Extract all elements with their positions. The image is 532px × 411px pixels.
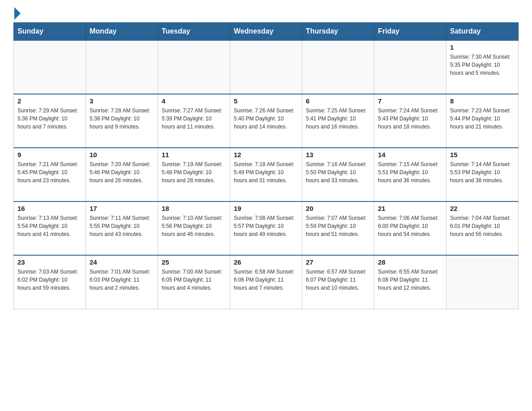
day-info: Sunrise: 7:30 AM Sunset: 5:35 PM Dayligh… <box>450 53 515 77</box>
calendar-cell: 11Sunrise: 7:19 AM Sunset: 5:48 PM Dayli… <box>158 148 230 201</box>
calendar-cell: 16Sunrise: 7:13 AM Sunset: 5:54 PM Dayli… <box>14 201 86 255</box>
day-info: Sunrise: 7:28 AM Sunset: 5:38 PM Dayligh… <box>90 107 154 131</box>
day-number: 18 <box>162 205 226 212</box>
calendar-cell: 12Sunrise: 7:18 AM Sunset: 5:49 PM Dayli… <box>230 148 302 201</box>
calendar-cell: 23Sunrise: 7:03 AM Sunset: 6:02 PM Dayli… <box>14 255 86 309</box>
calendar-cell: 15Sunrise: 7:14 AM Sunset: 5:53 PM Dayli… <box>446 148 519 201</box>
calendar-cell: 21Sunrise: 7:06 AM Sunset: 6:00 PM Dayli… <box>374 201 446 255</box>
day-info: Sunrise: 7:16 AM Sunset: 5:50 PM Dayligh… <box>306 160 370 184</box>
calendar-cell: 9Sunrise: 7:21 AM Sunset: 5:45 PM Daylig… <box>14 148 86 201</box>
day-info: Sunrise: 7:24 AM Sunset: 5:43 PM Dayligh… <box>378 107 442 131</box>
logo <box>13 9 21 18</box>
day-number: 11 <box>162 151 226 158</box>
day-number: 20 <box>306 205 370 212</box>
day-number: 2 <box>17 97 82 105</box>
day-number: 7 <box>378 97 442 105</box>
calendar-cell: 24Sunrise: 7:01 AM Sunset: 6:03 PM Dayli… <box>86 255 158 309</box>
day-info: Sunrise: 7:20 AM Sunset: 5:46 PM Dayligh… <box>90 160 154 184</box>
day-info: Sunrise: 6:58 AM Sunset: 6:06 PM Dayligh… <box>234 268 298 292</box>
day-info: Sunrise: 7:19 AM Sunset: 5:48 PM Dayligh… <box>162 160 226 184</box>
day-number: 28 <box>378 258 442 266</box>
day-info: Sunrise: 7:26 AM Sunset: 5:40 PM Dayligh… <box>234 107 298 131</box>
calendar-table: SundayMondayTuesdayWednesdayThursdayFrid… <box>13 22 519 309</box>
day-info: Sunrise: 7:14 AM Sunset: 5:53 PM Dayligh… <box>450 160 515 184</box>
day-number: 25 <box>162 258 226 266</box>
day-info: Sunrise: 7:23 AM Sunset: 5:44 PM Dayligh… <box>450 107 515 131</box>
column-header-tuesday: Tuesday <box>158 23 230 41</box>
calendar-cell <box>302 40 374 94</box>
day-number: 10 <box>90 151 154 158</box>
day-number: 16 <box>17 205 82 212</box>
calendar-cell: 25Sunrise: 7:00 AM Sunset: 6:05 PM Dayli… <box>158 255 230 309</box>
calendar-cell: 17Sunrise: 7:11 AM Sunset: 5:55 PM Dayli… <box>86 201 158 255</box>
day-number: 1 <box>450 43 515 51</box>
week-row-1: 1Sunrise: 7:30 AM Sunset: 5:35 PM Daylig… <box>14 40 519 94</box>
day-number: 3 <box>90 97 154 105</box>
day-number: 5 <box>234 97 298 105</box>
day-info: Sunrise: 7:01 AM Sunset: 6:03 PM Dayligh… <box>90 268 154 292</box>
logo-top <box>13 9 21 20</box>
day-number: 13 <box>306 151 370 158</box>
day-number: 17 <box>90 205 154 212</box>
day-info: Sunrise: 7:25 AM Sunset: 5:41 PM Dayligh… <box>306 107 370 131</box>
column-header-sunday: Sunday <box>14 23 86 41</box>
day-number: 12 <box>234 151 298 158</box>
calendar-cell: 1Sunrise: 7:30 AM Sunset: 5:35 PM Daylig… <box>446 40 519 94</box>
day-info: Sunrise: 7:08 AM Sunset: 5:57 PM Dayligh… <box>234 214 298 238</box>
day-info: Sunrise: 7:21 AM Sunset: 5:45 PM Dayligh… <box>17 160 82 184</box>
week-row-5: 23Sunrise: 7:03 AM Sunset: 6:02 PM Dayli… <box>14 255 519 309</box>
day-number: 22 <box>450 205 515 212</box>
day-info: Sunrise: 7:27 AM Sunset: 5:39 PM Dayligh… <box>162 107 226 131</box>
column-header-monday: Monday <box>86 23 158 41</box>
day-number: 6 <box>306 97 370 105</box>
column-header-wednesday: Wednesday <box>230 23 302 41</box>
calendar-cell <box>230 40 302 94</box>
day-info: Sunrise: 7:13 AM Sunset: 5:54 PM Dayligh… <box>17 214 82 238</box>
day-info: Sunrise: 7:04 AM Sunset: 6:01 PM Dayligh… <box>450 214 515 238</box>
calendar-cell: 22Sunrise: 7:04 AM Sunset: 6:01 PM Dayli… <box>446 201 519 255</box>
calendar-cell: 28Sunrise: 6:55 AM Sunset: 6:08 PM Dayli… <box>374 255 446 309</box>
calendar-cell <box>374 40 446 94</box>
column-header-thursday: Thursday <box>302 23 374 41</box>
calendar-cell: 5Sunrise: 7:26 AM Sunset: 5:40 PM Daylig… <box>230 94 302 148</box>
calendar-cell: 20Sunrise: 7:07 AM Sunset: 5:59 PM Dayli… <box>302 201 374 255</box>
day-info: Sunrise: 7:07 AM Sunset: 5:59 PM Dayligh… <box>306 214 370 238</box>
day-number: 15 <box>450 151 515 158</box>
calendar-cell: 10Sunrise: 7:20 AM Sunset: 5:46 PM Dayli… <box>86 148 158 201</box>
day-info: Sunrise: 7:15 AM Sunset: 5:51 PM Dayligh… <box>378 160 442 184</box>
day-number: 21 <box>378 205 442 212</box>
day-number: 14 <box>378 151 442 158</box>
calendar-cell: 3Sunrise: 7:28 AM Sunset: 5:38 PM Daylig… <box>86 94 158 148</box>
logo-arrow-icon <box>14 7 21 20</box>
day-number: 4 <box>162 97 226 105</box>
calendar-cell <box>446 255 519 309</box>
calendar-cell: 26Sunrise: 6:58 AM Sunset: 6:06 PM Dayli… <box>230 255 302 309</box>
day-info: Sunrise: 7:06 AM Sunset: 6:00 PM Dayligh… <box>378 214 442 238</box>
day-info: Sunrise: 6:55 AM Sunset: 6:08 PM Dayligh… <box>378 268 442 292</box>
day-info: Sunrise: 7:10 AM Sunset: 5:56 PM Dayligh… <box>162 214 226 238</box>
calendar-cell: 7Sunrise: 7:24 AM Sunset: 5:43 PM Daylig… <box>374 94 446 148</box>
calendar-cell: 4Sunrise: 7:27 AM Sunset: 5:39 PM Daylig… <box>158 94 230 148</box>
day-number: 9 <box>17 151 82 158</box>
calendar-cell: 18Sunrise: 7:10 AM Sunset: 5:56 PM Dayli… <box>158 201 230 255</box>
column-header-friday: Friday <box>374 23 446 41</box>
calendar-cell <box>14 40 86 94</box>
calendar-cell <box>158 40 230 94</box>
calendar-cell: 6Sunrise: 7:25 AM Sunset: 5:41 PM Daylig… <box>302 94 374 148</box>
page-header <box>13 9 519 18</box>
day-number: 19 <box>234 205 298 212</box>
week-row-3: 9Sunrise: 7:21 AM Sunset: 5:45 PM Daylig… <box>14 148 519 201</box>
day-info: Sunrise: 7:18 AM Sunset: 5:49 PM Dayligh… <box>234 160 298 184</box>
week-row-4: 16Sunrise: 7:13 AM Sunset: 5:54 PM Dayli… <box>14 201 519 255</box>
day-info: Sunrise: 7:00 AM Sunset: 6:05 PM Dayligh… <box>162 268 226 292</box>
calendar-cell: 19Sunrise: 7:08 AM Sunset: 5:57 PM Dayli… <box>230 201 302 255</box>
day-number: 23 <box>17 258 82 266</box>
day-info: Sunrise: 7:29 AM Sunset: 5:36 PM Dayligh… <box>17 107 82 131</box>
calendar-header-row: SundayMondayTuesdayWednesdayThursdayFrid… <box>14 23 519 41</box>
calendar-cell <box>86 40 158 94</box>
calendar-cell: 14Sunrise: 7:15 AM Sunset: 5:51 PM Dayli… <box>374 148 446 201</box>
week-row-2: 2Sunrise: 7:29 AM Sunset: 5:36 PM Daylig… <box>14 94 519 148</box>
calendar-cell: 8Sunrise: 7:23 AM Sunset: 5:44 PM Daylig… <box>446 94 519 148</box>
day-number: 26 <box>234 258 298 266</box>
day-number: 27 <box>306 258 370 266</box>
